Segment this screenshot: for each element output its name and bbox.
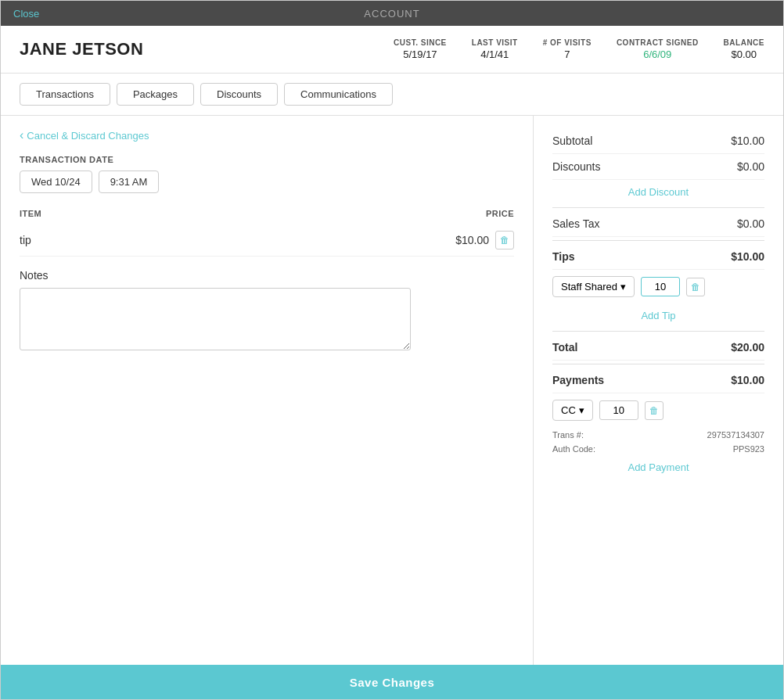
meta-visits: # OF VISITS 7 — [543, 38, 592, 60]
total-row: Total $20.00 — [552, 335, 764, 361]
trans-info-row: Trans #: Auth Code: 297537134307 PPS923 — [552, 427, 764, 455]
customer-name: JANE JETSON — [20, 39, 143, 59]
save-bar[interactable]: Save Changes — [1, 665, 783, 699]
staff-shared-dropdown[interactable]: Staff Shared ▾ — [552, 276, 635, 297]
tab-bar: Transactions Packages Discounts Communic… — [1, 74, 783, 116]
auth-value: PPS923 — [733, 443, 764, 455]
top-bar: Close ACCOUNT — [1, 1, 783, 26]
item-row: tip $10.00 🗑 — [20, 224, 514, 257]
sales-tax-row: Sales Tax $0.00 — [552, 211, 764, 237]
tips-row: Tips $10.00 — [552, 244, 764, 270]
save-button-label: Save Changes — [350, 676, 435, 689]
subtotal-row: Subtotal $10.00 — [552, 128, 764, 154]
price-col-label: PRICE — [486, 209, 514, 218]
meta-contract: CONTRACT SIGNED 6/6/09 — [617, 38, 699, 60]
add-payment-link[interactable]: Add Payment — [552, 455, 764, 479]
tab-transactions[interactable]: Transactions — [20, 83, 110, 106]
add-discount-link[interactable]: Add Discount — [552, 180, 764, 204]
window-title: ACCOUNT — [364, 8, 419, 20]
item-price: $10.00 — [455, 234, 489, 246]
meta-cust-since: CUST. SINCE 5/19/17 — [394, 38, 447, 60]
payment-amount-input[interactable] — [599, 400, 638, 420]
item-name: tip — [20, 234, 31, 246]
transaction-date-label: TRANSACTION DATE — [20, 155, 514, 164]
tab-packages[interactable]: Packages — [117, 83, 194, 106]
payment-input-row: CC ▾ 🗑 — [552, 393, 764, 427]
main-content: Cancel & Discard Changes TRANSACTION DAT… — [1, 116, 783, 665]
left-panel: Cancel & Discard Changes TRANSACTION DAT… — [1, 116, 533, 665]
discounts-row: Discounts $0.00 — [552, 154, 764, 180]
cancel-discard-link[interactable]: Cancel & Discard Changes — [20, 128, 149, 142]
notes-label: Notes — [20, 269, 514, 282]
time-button[interactable]: 9:31 AM — [99, 171, 160, 193]
right-panel: Subtotal $10.00 Discounts $0.00 Add Disc… — [533, 116, 783, 665]
item-price-row: $10.00 🗑 — [455, 231, 514, 249]
notes-textarea[interactable] — [20, 288, 411, 350]
customer-meta: CUST. SINCE 5/19/17 LAST VISIT 4/1/41 # … — [394, 38, 764, 60]
payment-type-dropdown[interactable]: CC ▾ — [552, 400, 593, 421]
trans-value: 297537134307 — [707, 429, 764, 441]
auth-label: Auth Code: — [552, 443, 595, 455]
delete-tip-button[interactable]: 🗑 — [686, 278, 705, 296]
close-button[interactable]: Close — [13, 8, 39, 20]
payments-row: Payments $10.00 — [552, 368, 764, 393]
delete-item-button[interactable]: 🗑 — [495, 231, 514, 249]
trans-label: Trans #: — [552, 429, 584, 441]
meta-balance: BALANCE $0.00 — [724, 38, 764, 60]
item-col-label: ITEM — [20, 209, 41, 218]
add-tip-link[interactable]: Add Tip — [552, 303, 764, 328]
delete-payment-button[interactable]: 🗑 — [645, 401, 664, 420]
date-button[interactable]: Wed 10/24 — [20, 171, 92, 193]
meta-last-visit: LAST VISIT 4/1/41 — [472, 38, 518, 60]
tab-communications[interactable]: Communications — [284, 83, 393, 106]
item-header: ITEM PRICE — [20, 209, 514, 218]
tip-input-row: Staff Shared ▾ 🗑 — [552, 270, 764, 303]
account-header: JANE JETSON CUST. SINCE 5/19/17 LAST VIS… — [1, 26, 783, 74]
tip-amount-input[interactable] — [641, 277, 680, 296]
date-row: Wed 10/24 9:31 AM — [20, 171, 514, 193]
tab-discounts[interactable]: Discounts — [200, 83, 278, 106]
